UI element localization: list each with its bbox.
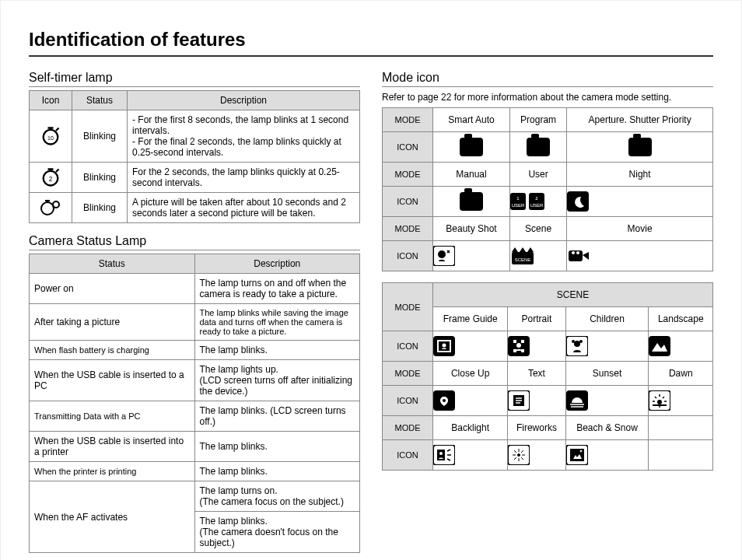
beach-snow-icon xyxy=(565,440,649,471)
movie-icon xyxy=(567,241,713,271)
th-icon: Icon xyxy=(30,91,72,110)
smart-auto-icon xyxy=(433,132,510,163)
status-cell: Power on xyxy=(30,274,195,304)
mode-name: Beauty Shot xyxy=(433,217,510,241)
scene-name xyxy=(649,416,713,440)
scene-grid: MODE SCENE Frame Guide Portrait Children… xyxy=(382,282,713,471)
mode-icon-note: Refer to page 22 for more information ab… xyxy=(382,92,713,103)
status-cell: After taking a picture xyxy=(30,304,195,341)
desc-cell: The lamp turns on and off when the camer… xyxy=(194,274,360,304)
row-label: MODE xyxy=(383,283,433,331)
row-label: MODE xyxy=(383,163,433,187)
beauty-icon xyxy=(433,241,510,271)
children-icon xyxy=(565,331,649,362)
timer-row-status: Blinking xyxy=(72,163,128,193)
status-cell: When the USB cable is inserted to a PC xyxy=(30,360,195,401)
svg-point-19 xyxy=(576,251,579,254)
scene-name: Landscape xyxy=(649,307,713,331)
scene-header: SCENE xyxy=(433,283,713,307)
timer-row-status: Blinking xyxy=(72,110,128,163)
timer-double-icon xyxy=(30,193,72,223)
desc-cell: The lamp blinks. xyxy=(194,341,360,360)
svg-text:10: 10 xyxy=(47,135,54,141)
row-label: ICON xyxy=(383,241,433,271)
row-label: MODE xyxy=(383,108,433,132)
timer-row-desc: A picture will be taken after about 10 s… xyxy=(128,193,360,223)
row-label: ICON xyxy=(383,187,433,217)
svg-point-39 xyxy=(439,452,443,455)
scene-name: Frame Guide xyxy=(433,307,508,331)
status-cell: Transmitting Data with a PC xyxy=(30,401,195,432)
desc-cell: The lamp blinks. xyxy=(194,432,360,462)
svg-point-14 xyxy=(438,250,446,258)
mode-name: Manual xyxy=(433,163,510,187)
backlight-icon xyxy=(433,440,508,471)
mode-icon-heading: Mode icon xyxy=(382,71,713,87)
scene-name: Sunset xyxy=(565,362,649,386)
scene-name: Portrait xyxy=(508,307,565,331)
text-icon xyxy=(508,386,565,416)
svg-text:USER: USER xyxy=(530,203,544,208)
scene-name: Backlight xyxy=(433,416,508,440)
mode-name: User xyxy=(510,163,567,187)
mode-name: Night xyxy=(567,163,713,187)
svg-point-22 xyxy=(443,344,446,348)
row-label: ICON xyxy=(383,386,433,416)
status-cell: When the printer is printing xyxy=(30,462,195,481)
fireworks-icon xyxy=(508,440,565,471)
svg-point-4 xyxy=(41,202,54,215)
self-timer-table: Icon Status Description 10 Blinking - Fo… xyxy=(29,90,360,223)
th-status: Status xyxy=(30,254,195,274)
timer-row-status: Blinking xyxy=(72,193,128,223)
mode-name: Movie xyxy=(567,217,713,241)
timer-row-desc: For the 2 seconds, the lamp blinks quick… xyxy=(128,163,360,193)
manual-icon xyxy=(433,187,510,217)
status-cell: When flash battery is charging xyxy=(30,341,195,360)
th-status: Status xyxy=(72,91,128,110)
svg-point-41 xyxy=(518,454,520,457)
row-label: ICON xyxy=(383,331,433,362)
user-icon: 1USER2USER xyxy=(510,187,567,217)
program-icon xyxy=(510,132,567,163)
empty-cell xyxy=(649,440,713,471)
svg-point-36 xyxy=(657,400,662,404)
mode-grid-main: MODE Smart Auto Program Aperture. Shutte… xyxy=(382,107,713,271)
closeup-icon xyxy=(433,386,508,416)
desc-cell: The lamp lights up. (LCD screen turns of… xyxy=(194,360,360,401)
row-label: MODE xyxy=(383,217,433,241)
status-cell: When the AF activates xyxy=(30,481,195,553)
sunset-icon xyxy=(565,386,649,416)
mode-name: Aperture. Shutter Priority xyxy=(567,108,713,132)
desc-cell: The lamp blinks. xyxy=(194,462,360,481)
desc-cell: The lamp turns on. (The camera focus on … xyxy=(194,481,360,512)
frame-guide-icon xyxy=(433,331,508,362)
th-desc: Description xyxy=(128,91,360,110)
landscape-icon xyxy=(649,331,713,362)
desc-cell: The lamp blinks while saving the image d… xyxy=(194,304,360,341)
svg-rect-29 xyxy=(649,336,670,356)
mode-name: Smart Auto xyxy=(433,108,510,132)
row-label: ICON xyxy=(383,132,433,163)
right-column: Mode icon Refer to page 22 for more info… xyxy=(382,71,713,553)
svg-point-27 xyxy=(572,340,575,343)
svg-point-28 xyxy=(579,340,583,343)
mode-name: Scene xyxy=(510,217,567,241)
row-label: ICON xyxy=(383,440,433,471)
self-timer-heading: Self-timer lamp xyxy=(29,71,360,87)
timer-2-icon: 2 xyxy=(30,163,72,193)
scene-name: Text xyxy=(508,362,565,386)
svg-text:2: 2 xyxy=(49,176,53,183)
scene-name: Children xyxy=(565,307,649,331)
scene-icon: SCENE xyxy=(510,241,567,271)
timer-row-desc: - For the first 8 seconds, the lamp blin… xyxy=(128,110,360,163)
svg-point-24 xyxy=(516,343,521,348)
portrait-icon xyxy=(508,331,565,362)
row-label: MODE xyxy=(383,416,433,440)
svg-point-18 xyxy=(572,251,575,254)
desc-cell: The lamp blinks. (LCD screen turns off.) xyxy=(194,401,360,432)
scene-name: Dawn xyxy=(649,362,713,386)
svg-rect-17 xyxy=(569,250,583,261)
mode-name: Program xyxy=(510,108,567,132)
svg-point-5 xyxy=(53,201,59,208)
left-column: Self-timer lamp Icon Status Description … xyxy=(29,71,360,553)
